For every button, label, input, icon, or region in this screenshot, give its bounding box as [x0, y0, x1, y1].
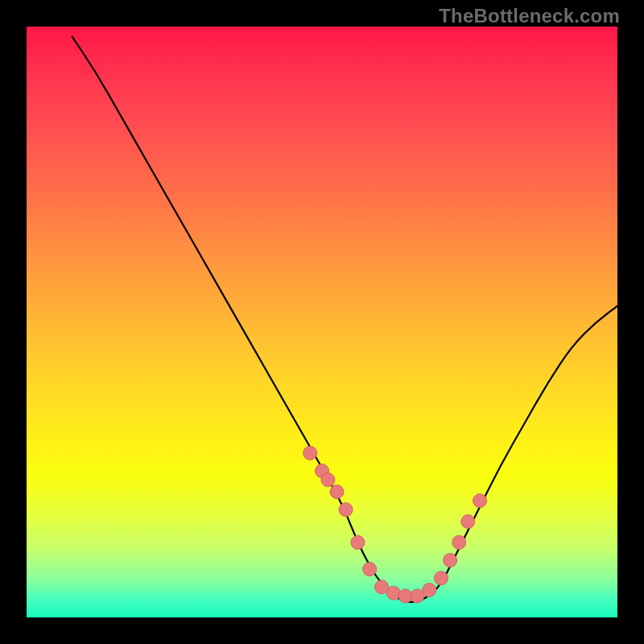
- heat-gradient-background: [24, 24, 620, 620]
- plot-area: [24, 24, 620, 620]
- bottleneck-chart: TheBottleneck.com: [0, 0, 644, 644]
- attribution-text: TheBottleneck.com: [439, 5, 620, 27]
